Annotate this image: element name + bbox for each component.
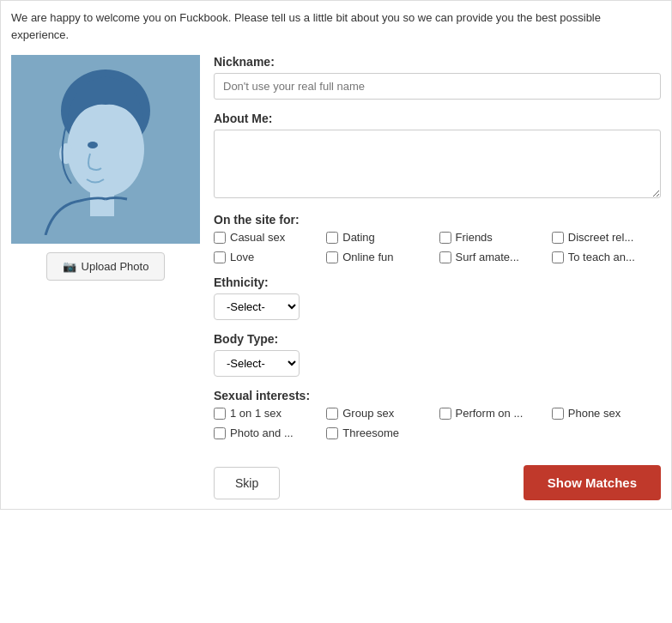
checkbox-casual-input[interactable] bbox=[214, 232, 226, 244]
checkbox-groupsex[interactable]: Group sex bbox=[326, 407, 435, 420]
checkbox-photo-input[interactable] bbox=[214, 427, 226, 439]
nickname-section: Nickname: bbox=[214, 55, 661, 100]
checkbox-discreet[interactable]: Discreet rel... bbox=[552, 231, 661, 244]
checkbox-teach[interactable]: To teach an... bbox=[552, 251, 661, 263]
upload-photo-button[interactable]: 📷 Upload Photo bbox=[46, 252, 166, 281]
checkbox-casual[interactable]: Casual sex bbox=[214, 231, 323, 244]
about-section: About Me: bbox=[214, 112, 661, 201]
sexual-interests-row2: Photo and ... Threesome bbox=[214, 426, 661, 439]
on-site-section: On the site for: Casual sex Dating Frien… bbox=[214, 213, 661, 263]
checkbox-friends-input[interactable] bbox=[439, 232, 451, 244]
checkbox-friends[interactable]: Friends bbox=[439, 231, 548, 244]
right-panel: Nickname: About Me: On the site for: Cas… bbox=[214, 55, 661, 500]
about-textarea[interactable] bbox=[214, 130, 661, 198]
about-label: About Me: bbox=[214, 112, 661, 125]
on-site-label: On the site for: bbox=[214, 213, 661, 227]
checkbox-groupsex-label: Group sex bbox=[342, 407, 394, 420]
checkbox-dating-label: Dating bbox=[342, 231, 375, 244]
checkbox-perform[interactable]: Perform on ... bbox=[439, 407, 548, 420]
checkbox-love-input[interactable] bbox=[214, 251, 226, 263]
checkbox-perform-input[interactable] bbox=[439, 408, 451, 420]
checkbox-oneonone[interactable]: 1 on 1 sex bbox=[214, 407, 323, 420]
checkbox-oneonone-input[interactable] bbox=[214, 408, 226, 420]
welcome-text: We are happy to welcome you on Fuckbook.… bbox=[11, 9, 661, 43]
checkbox-casual-label: Casual sex bbox=[230, 231, 285, 244]
sexual-interests-section: Sexual interests: 1 on 1 sex Group sex P… bbox=[214, 389, 661, 439]
checkbox-photo[interactable]: Photo and ... bbox=[214, 426, 323, 439]
ethnicity-label: Ethnicity: bbox=[214, 275, 661, 289]
checkbox-teach-label: To teach an... bbox=[568, 251, 635, 263]
upload-photo-label: Upload Photo bbox=[82, 260, 149, 273]
checkbox-love[interactable]: Love bbox=[214, 251, 323, 263]
checkbox-online-label: Online fun bbox=[342, 251, 393, 263]
main-content: 📷 Upload Photo Nickname: About Me: On th… bbox=[11, 55, 661, 500]
profile-illustration bbox=[28, 64, 183, 235]
body-type-label: Body Type: bbox=[214, 332, 661, 346]
checkbox-love-label: Love bbox=[230, 251, 254, 263]
svg-point-1 bbox=[67, 102, 144, 197]
svg-point-3 bbox=[88, 142, 98, 148]
checkbox-threesome[interactable]: Threesome bbox=[326, 426, 435, 439]
checkbox-groupsex-input[interactable] bbox=[326, 408, 338, 420]
show-matches-button[interactable]: Show Matches bbox=[524, 465, 661, 500]
body-type-select[interactable]: -Select- Slim Athletic Average Curvy Hea… bbox=[214, 350, 300, 377]
avatar-box bbox=[11, 55, 200, 244]
footer-buttons: Skip Show Matches bbox=[214, 457, 661, 500]
checkbox-threesome-label: Threesome bbox=[342, 426, 399, 439]
left-panel: 📷 Upload Photo bbox=[11, 55, 200, 281]
camera-icon: 📷 bbox=[63, 260, 76, 273]
body-type-section: Body Type: -Select- Slim Athletic Averag… bbox=[214, 332, 661, 377]
checkbox-dating[interactable]: Dating bbox=[326, 231, 435, 244]
checkbox-friends-label: Friends bbox=[456, 231, 493, 244]
checkbox-surf-input[interactable] bbox=[439, 251, 451, 263]
checkbox-discreet-label: Discreet rel... bbox=[568, 231, 634, 244]
ethnicity-section: Ethnicity: -Select- White Black Asian Hi… bbox=[214, 275, 661, 320]
checkbox-oneonone-label: 1 on 1 sex bbox=[230, 407, 282, 420]
checkbox-dating-input[interactable] bbox=[326, 232, 338, 244]
ethnicity-select[interactable]: -Select- White Black Asian Hispanic Othe… bbox=[214, 293, 300, 320]
checkbox-discreet-input[interactable] bbox=[552, 232, 564, 244]
checkbox-phone-label: Phone sex bbox=[568, 407, 621, 420]
page-container: We are happy to welcome you on Fuckbook.… bbox=[0, 0, 672, 510]
checkbox-online[interactable]: Online fun bbox=[326, 251, 435, 263]
sexual-interests-label: Sexual interests: bbox=[214, 389, 661, 402]
svg-point-2 bbox=[59, 143, 73, 164]
checkbox-photo-label: Photo and ... bbox=[230, 426, 294, 439]
checkbox-teach-input[interactable] bbox=[552, 251, 564, 263]
checkbox-surf[interactable]: Surf amate... bbox=[439, 251, 548, 263]
nickname-label: Nickname: bbox=[214, 55, 661, 69]
nickname-input[interactable] bbox=[214, 73, 661, 100]
checkbox-surf-label: Surf amate... bbox=[456, 251, 519, 263]
on-site-checkboxes: Casual sex Dating Friends Discreet rel..… bbox=[214, 231, 661, 263]
checkbox-perform-label: Perform on ... bbox=[456, 407, 524, 420]
checkbox-phone[interactable]: Phone sex bbox=[552, 407, 661, 420]
svg-rect-4 bbox=[90, 191, 114, 216]
checkbox-threesome-input[interactable] bbox=[326, 427, 338, 439]
skip-button[interactable]: Skip bbox=[214, 467, 280, 499]
checkbox-online-input[interactable] bbox=[326, 251, 338, 263]
sexual-interests-row1: 1 on 1 sex Group sex Perform on ... Phon… bbox=[214, 407, 661, 420]
checkbox-phone-input[interactable] bbox=[552, 408, 564, 420]
